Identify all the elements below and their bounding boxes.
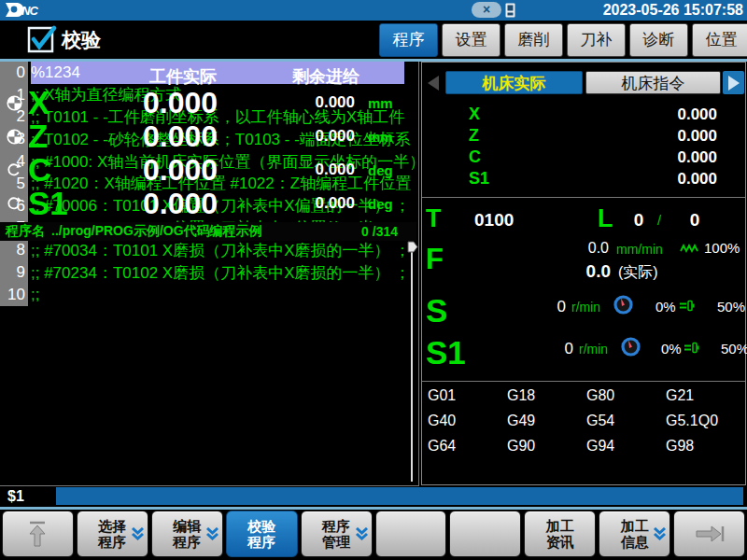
softkey-edit-program[interactable]: 编辑 程序 xyxy=(151,511,223,557)
axis-name: X xyxy=(28,86,95,119)
line-text: ;; #70234：T0102 X磨损（刀补表中X磨损的一半） ； xyxy=(31,261,416,284)
channel-label: $1 xyxy=(7,486,24,506)
axis-unit: mm xyxy=(355,95,416,111)
softkey-empty[interactable] xyxy=(375,511,447,557)
softkey-program-manage[interactable]: 程序 管理 xyxy=(301,511,373,557)
top-status-bar: NC × 2023-05-26 15:07:58 xyxy=(0,0,747,21)
program-path: ../prog/PROG示例/OG代码编程示例 xyxy=(51,223,262,240)
spindle-s1-label: S1 xyxy=(426,334,466,371)
feed-set-value: 0.0 xyxy=(562,240,609,257)
softkey-empty[interactable] xyxy=(449,511,521,557)
softkey-verify-program[interactable]: 校验 程序 xyxy=(226,511,298,557)
gcode: G98 xyxy=(666,438,741,463)
feed-override-icon xyxy=(680,244,700,253)
machine-axis-name: C xyxy=(469,147,481,167)
softkey-select-program[interactable]: 选择 程序 xyxy=(77,511,148,557)
chevron-down-icon xyxy=(205,527,219,540)
gcode: G90 xyxy=(507,438,586,463)
spindle-s-speed: 0 xyxy=(530,298,566,316)
machine-tab-next-button[interactable] xyxy=(723,71,744,94)
axis-name: Z xyxy=(28,119,95,153)
up-arrow-icon xyxy=(25,520,49,548)
softkey-page-up-button[interactable] xyxy=(2,511,74,557)
axis-remaining-value: 0.000 xyxy=(265,127,355,146)
workpiece-coordinate-panel: 工件实际 剩余进给 X 0.000 0.000 mm Z 0.000 0.000… xyxy=(0,62,419,486)
tab-position[interactable]: 位置 xyxy=(692,23,747,57)
axis-actual-value: 0.000 xyxy=(95,86,265,120)
machine-tab-command[interactable]: 机床指令 xyxy=(585,71,721,94)
spindle-s-gauge-icon xyxy=(613,294,634,315)
program-line-counter: 0 /314 xyxy=(361,224,411,239)
spindle-s-label: S xyxy=(426,292,447,329)
gcode: G18 xyxy=(507,387,586,413)
machine-status-panel: 机床实际 机床指令 X 0.000 Z 0.000 C 0.000 S1 0.0… xyxy=(421,62,746,485)
spindle-s-override: 50% xyxy=(717,299,745,315)
line-number: 10 xyxy=(0,284,28,306)
close-icon[interactable]: × xyxy=(472,2,501,18)
divider xyxy=(422,381,745,382)
chevron-down-icon xyxy=(131,527,145,540)
gcode: G64 xyxy=(428,438,507,463)
program-line[interactable]: 9;; #70234：T0102 X磨损（刀补表中X磨损的一半） ； xyxy=(0,261,416,284)
tab-diagnosis[interactable]: 诊断 xyxy=(629,23,688,57)
axis-actual-value: 0.000 xyxy=(95,119,265,154)
spindle-s1-speed: 0 xyxy=(538,340,573,358)
machine-tab-actual[interactable]: 机床实际 xyxy=(445,71,583,94)
l-count-separator: / xyxy=(657,212,661,228)
machine-axis-row: C 0.000 xyxy=(422,147,745,168)
softkey-machining-message[interactable]: 加工 信息 xyxy=(599,511,670,557)
axis-remaining-value: 0.000 xyxy=(265,194,355,213)
scrollbar-thumb-icon[interactable] xyxy=(407,241,418,253)
spindle-s1-gauge-icon xyxy=(620,336,641,357)
tab-grinding[interactable]: 磨削 xyxy=(504,23,563,57)
axis-unit: deg xyxy=(355,196,416,212)
gcode: G21 xyxy=(666,387,741,413)
spindle-s1-load: 0% xyxy=(661,341,682,357)
chevron-down-icon xyxy=(653,527,667,540)
gcode: G5.1Q0 xyxy=(666,413,741,438)
feed-label: F xyxy=(426,243,444,276)
axis-actual-value: 0.000 xyxy=(95,153,265,188)
softkey-machining-info[interactable]: 加工 资讯 xyxy=(524,511,596,557)
softkey-label: 管理 xyxy=(322,534,350,550)
spindle-s1-override-icon xyxy=(684,341,699,355)
page-title: 校验 xyxy=(62,21,101,59)
machine-axis-value: 0.000 xyxy=(677,170,717,189)
gcode: G94 xyxy=(586,438,666,463)
chevron-down-icon xyxy=(355,527,369,540)
linear-axis-icon xyxy=(0,95,28,111)
scrollbar-track[interactable] xyxy=(411,248,413,482)
softkey-page-right-button[interactable] xyxy=(673,511,745,557)
softkey-label: 信息 xyxy=(621,534,649,550)
spindle-s-load: 0% xyxy=(655,299,676,315)
axis-row-x: X 0.000 0.000 mm xyxy=(0,86,416,119)
tab-settings[interactable]: 设置 xyxy=(442,23,500,57)
rotary-axis-icon xyxy=(0,162,28,177)
gcode: G01 xyxy=(428,387,507,413)
axis-name: S1 xyxy=(28,187,95,220)
machine-tab-prev-button[interactable] xyxy=(424,72,443,94)
machine-axis-row: Z 0.000 xyxy=(422,125,745,147)
program-scrollbar[interactable] xyxy=(406,241,417,485)
machine-axis-value: 0.000 xyxy=(677,148,717,167)
top-tab-bar: 程序 设置 磨削 刀补 诊断 位置 xyxy=(379,23,747,57)
program-line[interactable]: 10;; xyxy=(0,284,416,306)
spindle-s-override-icon xyxy=(679,299,695,313)
axis-remaining-value: 0.000 xyxy=(265,161,355,179)
axis-name: C xyxy=(28,153,95,187)
machine-axis-value: 0.000 xyxy=(677,105,717,124)
feed-override-value: 100% xyxy=(704,240,740,256)
softkey-label: 选择 xyxy=(98,518,126,534)
axis-row-s1: S1 0.000 0.000 deg xyxy=(0,187,416,220)
line-number: 8 xyxy=(0,239,28,261)
tab-tool-comp[interactable]: 刀补 xyxy=(567,23,626,57)
title-row: 校验 程序 设置 磨削 刀补 诊断 位置 xyxy=(0,21,747,59)
program-line[interactable]: 8;; #70034：T0101 X磨损（刀补表中X磨损的一半） ； xyxy=(0,239,416,261)
modal-gcode-grid: G01 G18 G80 G21 G40 G49 G54 G5.1Q0 G64 G… xyxy=(428,387,741,463)
rotary-axis-icon xyxy=(0,196,28,211)
softkey-label: 程序 xyxy=(173,534,201,550)
verify-check-icon xyxy=(27,25,57,54)
softkey-label: 资讯 xyxy=(546,534,574,550)
axis-row-c: C 0.000 0.000 deg xyxy=(0,153,416,187)
tab-program[interactable]: 程序 xyxy=(379,23,438,57)
